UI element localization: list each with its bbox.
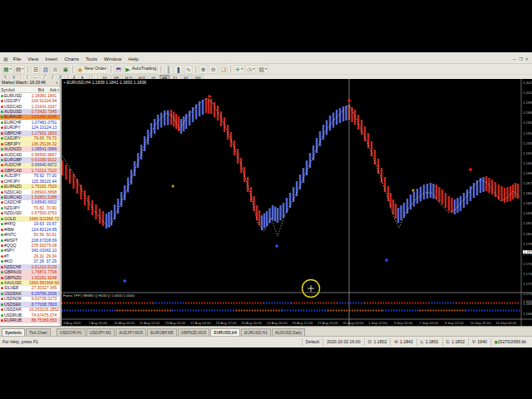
tick-up-icon: [1, 271, 3, 273]
ask-value: 104.94: [44, 99, 57, 103]
periods-button[interactable]: ◷▾: [245, 65, 256, 74]
tick-down-icon: [1, 319, 3, 322]
chart-tab-gbpnzd-m15[interactable]: GBPNZD,M15: [178, 328, 210, 336]
market-watch-row[interactable]: #INTC50.5950.61: [0, 232, 60, 237]
symbol-name: #MSFT: [4, 239, 17, 243]
bar-chart-icon: ║: [166, 66, 170, 72]
time-scale-label: 17 Aug 04:00: [190, 322, 211, 325]
market-watch-row[interactable]: USDJPY104.91104.94: [0, 98, 60, 103]
chart-tab-usdjpy-m1[interactable]: USDJPY,M1: [86, 328, 115, 336]
price-scale-label: 1.1875: [523, 182, 532, 185]
symbol-cell: CADCHF: [0, 200, 27, 204]
autotrading-icon: ▶: [126, 66, 130, 72]
new-order-button[interactable]: ◉New Order: [76, 65, 108, 74]
market-watch-tab-tick-chart[interactable]: Tick Chart: [26, 328, 51, 336]
tick-up-icon: [1, 116, 3, 118]
templates-button[interactable]: ▧▾: [257, 65, 268, 74]
candlestick-button[interactable]: ❚: [174, 65, 183, 74]
bid-value: 1.3164: [27, 105, 44, 109]
market-watch-row[interactable]: EURNZD1.75181.7529: [0, 184, 60, 189]
menu-charts[interactable]: Charts: [61, 55, 82, 63]
market-watch-row[interactable]: CADJPY79.6579.73: [0, 136, 60, 141]
menu-tools[interactable]: Tools: [82, 55, 101, 63]
chart-tab-audusd-daily[interactable]: AUDUSD,Daily: [272, 328, 305, 336]
market-watch-tab-symbols[interactable]: Symbols: [2, 328, 25, 336]
minimize-icon[interactable]: ―: [512, 57, 516, 62]
tick-down-icon: [1, 164, 3, 166]
chart-tab-audjpy-m15[interactable]: AUDJPY,M15: [116, 328, 146, 336]
menu-view[interactable]: View: [24, 55, 42, 63]
price-dotted-line: [62, 98, 520, 236]
chart-tab-usdchf-h1[interactable]: USDCHF,H1: [57, 328, 86, 336]
metaeditor-button[interactable]: ⬒: [114, 65, 123, 74]
restore-icon[interactable]: ❐: [519, 57, 522, 62]
menu-insert[interactable]: Insert: [42, 55, 61, 63]
column-header-ask[interactable]: Ask: [44, 87, 57, 92]
line-chart-button[interactable]: ∿: [184, 65, 193, 74]
bid-value: 16.2632: [27, 308, 44, 312]
market-watch-row[interactable]: EURRUB88.75389.653: [0, 318, 60, 323]
status-profile[interactable]: Default: [302, 338, 323, 346]
price-scale-label: 1.1965: [523, 121, 532, 125]
symbol-name: USDSEK: [4, 303, 22, 307]
scroll-up-icon[interactable]: ▴: [57, 87, 60, 91]
symbol-name: EURJPY: [4, 126, 21, 130]
candlestick-icon: ❚: [176, 66, 181, 72]
price-scale-label: 1.1740: [523, 273, 532, 276]
chart-tab-eurusd-h4[interactable]: EURUSD,H4: [210, 328, 240, 336]
ask-value: 0.6753: [44, 211, 57, 215]
bid-value: 1966.88: [27, 281, 44, 285]
market-watch-header: Market Watch: 18:29:46 ✕: [0, 79, 60, 86]
indicators-button[interactable]: ✛▾: [234, 65, 244, 74]
chart-area[interactable]: ▪ EURUSD,H4 1.1839 1.1841 1.1833 1.1838 …: [62, 79, 532, 326]
symbol-name: CADJPY: [4, 136, 21, 140]
line-chart-icon: ∿: [186, 66, 191, 72]
symbol-name: GBPCHF: [4, 131, 22, 135]
symbol-cell: EURAUD: [0, 115, 27, 119]
price-scale-label: 1.1755: [523, 263, 532, 266]
menu-file[interactable]: File: [10, 55, 25, 63]
ask-value: 1.3167: [44, 105, 57, 109]
bid-value: 0.7342: [27, 110, 44, 114]
symbol-name: GBPJPY: [4, 142, 21, 146]
data-window-toggle-button[interactable]: ▥: [41, 65, 50, 74]
ask-value: 0.7345: [44, 110, 57, 114]
profiles-button[interactable]: ▤▾: [14, 65, 26, 74]
tile-windows-icon: ❏: [221, 66, 226, 72]
chart-tab-eurusd-h1[interactable]: EURUSD,H1: [241, 328, 271, 336]
autotrading-button[interactable]: ▶AutoTrading: [124, 65, 158, 74]
market-watch-row[interactable]: AUDNZD1.08541.0866: [0, 146, 60, 151]
close-icon[interactable]: ✕: [525, 57, 529, 62]
menu-window[interactable]: Window: [101, 55, 125, 63]
tick-down-icon: [1, 212, 3, 214]
column-header-bid[interactable]: Bid: [27, 87, 44, 92]
zoom-in-button[interactable]: ⊕: [199, 65, 208, 74]
zoom-out-button[interactable]: ⊖: [209, 65, 218, 74]
tick-down-icon: [1, 255, 3, 258]
zoom-out-icon: ⊖: [211, 66, 216, 72]
menu-help[interactable]: Help: [125, 55, 141, 63]
bar-chart-button[interactable]: ║: [164, 65, 173, 74]
symbol-cell: USDSEK: [0, 303, 27, 307]
new-chart-button[interactable]: ▦▾: [2, 65, 13, 74]
tick-up-icon: [1, 303, 3, 306]
price-scale-label: 1.1920: [523, 152, 532, 155]
column-header-symbol[interactable]: Symbol: [0, 87, 27, 92]
connection-bars-icon: ▮▮: [495, 340, 497, 344]
tick-down-icon: [1, 100, 3, 102]
market-watch-row[interactable]: USDZAR16.263216.2852: [0, 308, 60, 313]
market-watch-row[interactable]: GBPAUD1.76871.7708: [0, 269, 60, 274]
navigator-toggle-button[interactable]: ⊞: [51, 65, 60, 74]
symbol-cell: EURCHF: [0, 121, 27, 125]
close-icon[interactable]: ✕: [56, 81, 58, 85]
chart-tab-eurgbp-m5[interactable]: EURGBP,M5: [147, 328, 177, 336]
market-watch-toggle-button[interactable]: ☰: [31, 65, 40, 74]
status-field-4: C: 1.1802: [442, 338, 469, 346]
tick-down-icon: [1, 132, 3, 135]
tile-windows-button[interactable]: ❏: [219, 65, 228, 74]
market-watch-row[interactable]: #HPQ19.6319.67: [0, 222, 60, 227]
symbol-cell: USDZAR: [0, 308, 27, 312]
terminal-toggle-button[interactable]: ▣: [61, 65, 70, 74]
symbol-name: GBPCAD: [4, 169, 22, 173]
sell-arrow-icon: [469, 168, 473, 172]
